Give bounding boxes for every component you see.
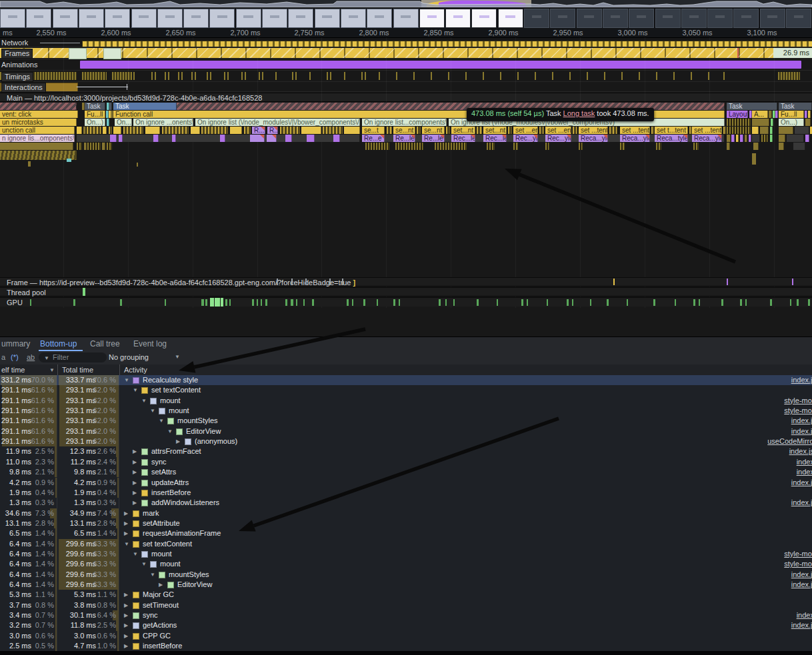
- disclosure-collapsed-icon[interactable]: ▶: [124, 641, 128, 651]
- disclosure-collapsed-icon[interactable]: ▶: [133, 457, 137, 467]
- table-row[interactable]: 6.5 ms1.4 %6.5 ms1.4 %▶requestAnimationF…: [0, 528, 812, 538]
- table-row[interactable]: 1.9 ms0.4 %1.9 ms0.4 %▶insertBefore: [0, 488, 812, 498]
- table-row[interactable]: 13.1 ms2.8 %13.1 ms2.8 %▶setAttribute: [0, 518, 812, 528]
- disclosure-expanded-icon[interactable]: ▼: [150, 570, 155, 580]
- table-row[interactable]: 291.1 ms61.6 %293.1 ms62.0 %▶(anonymous)…: [0, 436, 812, 446]
- filmstrip-frame[interactable]: [315, 9, 340, 28]
- filmstrip-frame[interactable]: [760, 9, 785, 28]
- source-link[interactable]: index.js: [791, 478, 812, 488]
- table-row[interactable]: 6.4 ms1.4 %299.6 ms63.3 %▼mountstyle-mod: [0, 559, 812, 569]
- filmstrip-frame[interactable]: [26, 9, 51, 28]
- filmstrip-frame[interactable]: [603, 9, 628, 28]
- source-link[interactable]: index.js: [791, 416, 812, 426]
- long-task-link[interactable]: Long task: [563, 109, 595, 117]
- flame-bar[interactable]: set...nt: [451, 127, 475, 134]
- tab-bottom-up[interactable]: Bottom-up: [40, 339, 77, 348]
- disclosure-collapsed-icon[interactable]: ▶: [124, 528, 128, 538]
- table-row[interactable]: 11.9 ms2.5 %12.3 ms2.6 %▶attrsFromFaceti…: [0, 446, 812, 456]
- table-row[interactable]: 3.7 ms0.8 %3.8 ms0.8 %▶setTimeout: [0, 600, 812, 610]
- flame-bar[interactable]: On...): [779, 119, 804, 126]
- table-row[interactable]: 291.1 ms61.6 %293.1 ms62.0 %▼set textCon…: [0, 385, 812, 395]
- disclosure-expanded-icon[interactable]: ▼: [167, 426, 173, 436]
- filmstrip-frame[interactable]: [236, 9, 261, 28]
- disclosure-collapsed-icon[interactable]: ▶: [133, 467, 137, 477]
- filmstrip-frame[interactable]: [209, 9, 235, 28]
- table-row[interactable]: 9.8 ms2.1 %9.8 ms2.1 %▶setAttrsindex.: [0, 467, 812, 477]
- filmstrip-frame[interactable]: [419, 9, 445, 28]
- thread-pool-header[interactable]: Thread pool: [0, 287, 812, 297]
- flame-bar[interactable]: se...nt: [422, 127, 445, 134]
- table-row[interactable]: 34.6 ms7.3 %34.9 ms7.4 %▶mark: [0, 508, 812, 518]
- flame-bar[interactable]: set ...tent: [579, 127, 608, 134]
- disclosure-collapsed-icon[interactable]: ▶: [133, 488, 137, 498]
- table-row[interactable]: 6.4 ms1.4 %299.6 ms63.3 %▼mountStylesind…: [0, 570, 812, 580]
- disclosure-expanded-icon[interactable]: ▼: [124, 375, 129, 385]
- source-link[interactable]: useCodeMirror: [767, 436, 812, 446]
- source-link[interactable]: style-mod: [784, 549, 812, 559]
- source-link[interactable]: style-mod: [784, 559, 812, 569]
- chevron-down-icon[interactable]: ▼: [175, 354, 180, 360]
- flame-bar[interactable]: set ...ent: [545, 127, 571, 134]
- grouping-select[interactable]: No grouping: [109, 353, 149, 361]
- table-row[interactable]: 3.0 ms0.6 %3.0 ms0.6 %▶CPP GC: [0, 631, 812, 641]
- flame-bar[interactable]: Rec...yle: [513, 135, 538, 142]
- flame-bar[interactable]: Rec...le: [451, 135, 475, 142]
- frame-track-header[interactable]: Frame — https://id-preview--bd53fd9d-728…: [0, 277, 812, 287]
- source-link[interactable]: index.js: [791, 426, 812, 436]
- table-row[interactable]: 3.4 ms0.7 %30.1 ms6.4 %▶syncindex.: [0, 610, 812, 620]
- flame-bar[interactable]: se...t: [362, 127, 385, 134]
- animations-track-label[interactable]: Animations: [1, 61, 37, 69]
- filmstrip-frame[interactable]: [288, 9, 313, 28]
- disclosure-expanded-icon[interactable]: ▼: [150, 406, 155, 416]
- disclosure-expanded-icon[interactable]: ▼: [133, 385, 138, 395]
- filmstrip-frame[interactable]: [786, 9, 811, 28]
- flame-bar[interactable]: On ignore list (\/node_modules\/|\/bower…: [195, 119, 360, 126]
- frame-duration-badge[interactable]: 26.9 ms: [773, 48, 812, 58]
- filmstrip-frame[interactable]: [341, 9, 366, 28]
- table-row[interactable]: 291.1 ms61.6 %293.1 ms62.0 %▼mountStyles…: [0, 416, 812, 426]
- filmstrip-frame[interactable]: [471, 9, 497, 28]
- source-link[interactable]: index.: [797, 610, 812, 620]
- flame-bar[interactable]: unction call: [0, 127, 75, 134]
- disclosure-collapsed-icon[interactable]: ▶: [124, 518, 128, 528]
- flame-bar[interactable]: Layout: [727, 111, 748, 118]
- flame-bar[interactable]: set ...tent: [620, 127, 650, 134]
- frames-track-label[interactable]: Frames: [1, 49, 33, 59]
- table-row[interactable]: 2.5 ms0.5 %4.7 ms1.0 %▶insertBefore: [0, 641, 812, 651]
- flame-bar[interactable]: A...: [752, 111, 768, 118]
- disclosure-expanded-icon[interactable]: ▼: [159, 416, 164, 426]
- disclosure-collapsed-icon[interactable]: ▶: [124, 620, 128, 630]
- disclosure-expanded-icon[interactable]: ▼: [133, 549, 138, 559]
- flame-bar[interactable]: Reca...tyle: [655, 135, 688, 142]
- source-link[interactable]: index.js:: [789, 446, 812, 456]
- flame-bar[interactable]: Re...e: [362, 135, 385, 142]
- filmstrip-frame[interactable]: [79, 9, 104, 28]
- filmstrip-frame[interactable]: [393, 9, 419, 28]
- match-whole-word-icon[interactable]: ab: [27, 353, 35, 361]
- filmstrip-frame[interactable]: [262, 9, 287, 28]
- disclosure-expanded-icon[interactable]: ▼: [141, 559, 147, 569]
- flame-bar[interactable]: Task: [113, 103, 177, 110]
- flame-bar[interactable]: On...): [115, 119, 132, 126]
- disclosure-collapsed-icon[interactable]: ▶: [124, 631, 128, 641]
- filmstrip-frame[interactable]: [550, 9, 575, 28]
- disclosure-collapsed-icon[interactable]: ▶: [133, 446, 137, 456]
- flame-bar[interactable]: R...: [252, 127, 265, 134]
- cpu-overview-chart[interactable]: [0, 0, 812, 7]
- source-link[interactable]: style-mod: [784, 406, 812, 416]
- table-row[interactable]: 291.1 ms61.6 %293.1 ms62.0 %▼mountstyle-…: [0, 396, 812, 406]
- filter-input[interactable]: ▼Filter: [39, 352, 107, 362]
- filmstrip-frame[interactable]: [655, 9, 681, 28]
- filmstrip-frame[interactable]: [681, 9, 707, 28]
- network-track-label[interactable]: Network: [1, 39, 28, 47]
- self-time-column-header[interactable]: elf time: [1, 366, 25, 374]
- disclosure-collapsed-icon[interactable]: ▶: [124, 610, 128, 620]
- flame-bar[interactable]: Task: [779, 103, 812, 110]
- table-row[interactable]: 11.0 ms2.3 %11.2 ms2.4 %▶syncindex.: [0, 457, 812, 467]
- flame-bar[interactable]: un microtasks: [0, 119, 77, 126]
- disclosure-collapsed-icon[interactable]: ▶: [124, 590, 128, 600]
- filmstrip-frame[interactable]: [498, 9, 523, 28]
- activity-column-header[interactable]: Activity: [124, 366, 147, 374]
- flame-bar[interactable]: Reca...yle: [692, 135, 722, 142]
- disclosure-collapsed-icon[interactable]: ▶: [133, 478, 137, 488]
